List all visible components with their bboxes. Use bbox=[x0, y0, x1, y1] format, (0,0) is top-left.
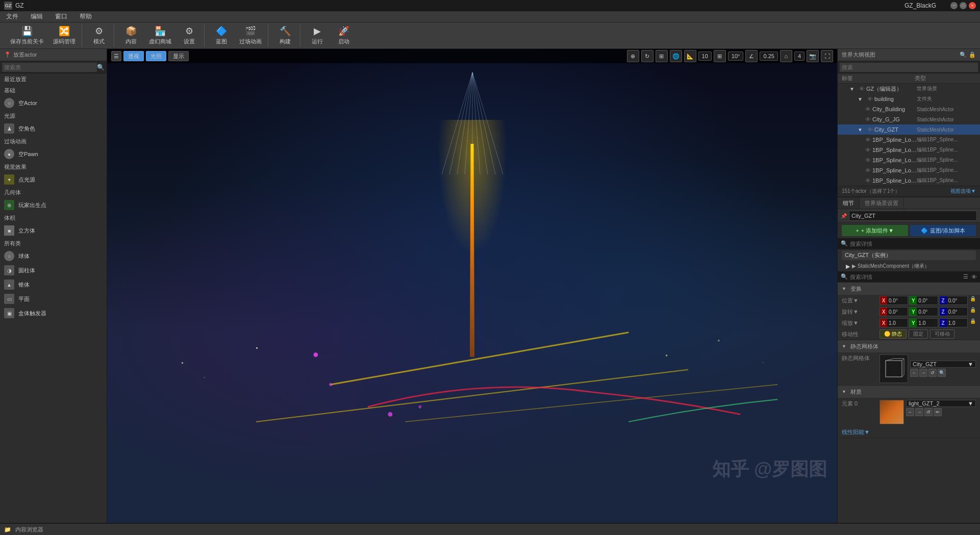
mesh-nav-search[interactable]: 🔍 bbox=[938, 369, 946, 377]
spline4-eye-icon[interactable]: 👁 bbox=[864, 167, 871, 174]
vp-snap-btn[interactable]: 📐 bbox=[684, 50, 696, 62]
outline-item-spline5[interactable]: 👁 1BP_Spline_Location5 编辑1BP_Spline... bbox=[838, 175, 980, 186]
rot-z-input[interactable]: Z 0.0° bbox=[939, 307, 968, 316]
rot-x-input[interactable]: X 0.0° bbox=[880, 307, 908, 316]
details-search2-input[interactable] bbox=[850, 274, 959, 280]
actor-spawn[interactable]: ⊕ 玩家出生点 bbox=[0, 198, 107, 212]
outline-item-citybuilding[interactable]: 👁 City_Building StaticMeshActor bbox=[838, 104, 980, 114]
vp-angle-btn[interactable]: ∠ bbox=[745, 50, 758, 62]
vp-perspective-btn[interactable]: 透视 bbox=[123, 51, 144, 61]
viewport[interactable]: 知乎 @罗图图 ☰ 透视 光照 显示 ⊕ ↻ ⊞ 🌐 📐 10 ⊞ 10° ∠ … bbox=[107, 49, 837, 523]
blueprint-button[interactable]: 🔷 蓝图 bbox=[209, 24, 234, 47]
mesh-nav-reset[interactable]: ↺ bbox=[928, 369, 937, 377]
eye-icon[interactable]: 👁 bbox=[971, 274, 977, 280]
mat-nav-prev[interactable]: ← bbox=[906, 408, 914, 416]
tab-details[interactable]: 细节 bbox=[838, 197, 860, 209]
scl-y-input[interactable]: Y 1.0 bbox=[909, 318, 938, 327]
close-button[interactable]: × bbox=[969, 2, 976, 9]
outline-search-icon[interactable]: 🔍 bbox=[960, 52, 967, 58]
category-recent[interactable]: 最近放置 bbox=[0, 73, 107, 85]
vp-camera-btn[interactable]: 📷 bbox=[807, 50, 819, 62]
maximize-button[interactable]: □ bbox=[960, 2, 967, 9]
mobility-movable-btn[interactable]: 可移动 bbox=[930, 329, 954, 339]
category-basic[interactable]: 基础 bbox=[0, 85, 107, 96]
pos-z-input[interactable]: Z 0.0° bbox=[939, 296, 968, 305]
rot-y-input[interactable]: Y 0.0° bbox=[909, 307, 938, 316]
details-name-input[interactable] bbox=[849, 211, 977, 221]
outline-item-gz[interactable]: ▼ 👁 GZ（编辑器） 世界场景 bbox=[838, 84, 980, 94]
mesh-nav-next[interactable]: → bbox=[919, 369, 927, 377]
spline3-eye-icon[interactable]: 👁 bbox=[864, 157, 871, 164]
outline-search-input[interactable] bbox=[840, 63, 978, 72]
vp-world-btn[interactable]: 🌐 bbox=[670, 50, 682, 62]
outline-lock-icon[interactable]: 🔒 bbox=[969, 52, 976, 58]
category-volume[interactable]: 体积 bbox=[0, 212, 107, 223]
actor-pawn[interactable]: ● 空Pawn bbox=[0, 147, 107, 161]
outline-item-citygig[interactable]: 👁 City_G_JG StaticMeshActor bbox=[838, 114, 980, 124]
outline-item-spline2[interactable]: 👁 1BP_Spline_Location2 编辑1BP_Spline... bbox=[838, 145, 980, 155]
materials-header[interactable]: ▼ 材质 bbox=[838, 386, 980, 398]
pos-y-input[interactable]: Y 0.0° bbox=[909, 296, 938, 305]
actor-cylinder[interactable]: ◑ 圆柱体 bbox=[0, 263, 107, 277]
vp-grid-btn[interactable]: ⊞ bbox=[714, 50, 726, 62]
transform-header[interactable]: ▼ 变换 bbox=[838, 283, 980, 295]
outline-item-spline3[interactable]: 👁 1BP_Spline_Location3 编辑1BP_Spline... bbox=[838, 155, 980, 165]
menu-edit[interactable]: 编辑 bbox=[29, 11, 45, 22]
mat-nav-reset[interactable]: ↺ bbox=[924, 408, 933, 416]
build-button[interactable]: 🔨 构建 bbox=[272, 24, 298, 47]
blueprint-button[interactable]: 🔷 蓝图/添加脚本 bbox=[910, 225, 976, 236]
vp-show-btn[interactable]: 显示 bbox=[168, 51, 189, 61]
linear-label[interactable]: 线性阳能▼ bbox=[842, 428, 877, 436]
citygzt-eye-icon[interactable]: 👁 bbox=[866, 126, 873, 133]
launch-button[interactable]: 🚀 启动 bbox=[331, 24, 357, 47]
actor-trigger[interactable]: ▣ 盒体触发器 bbox=[0, 306, 107, 320]
vp-menu-btn[interactable]: ☰ bbox=[111, 51, 121, 61]
outline-item-spline1[interactable]: 👁 1BP_Spline_Location 编辑1BP_Spline... bbox=[838, 135, 980, 145]
actor-cube[interactable]: ■ 立方体 bbox=[0, 223, 107, 238]
spline1-eye-icon[interactable]: 👁 bbox=[864, 136, 871, 143]
menu-window[interactable]: 窗口 bbox=[53, 11, 69, 22]
citygig-eye-icon[interactable]: 👁 bbox=[864, 116, 871, 123]
search-input[interactable] bbox=[2, 63, 97, 72]
play-button[interactable]: ▶ 运行 bbox=[305, 24, 330, 47]
scl-z-input[interactable]: Z 1.0 bbox=[939, 318, 968, 327]
actor-pointlight[interactable]: ✦ 点光源 bbox=[0, 172, 107, 187]
component-sub[interactable]: ▶ ▶ StaticMeshComponent（继承） bbox=[838, 261, 980, 271]
menu-file[interactable]: 文件 bbox=[4, 11, 20, 22]
add-component-button[interactable]: + + 添加组件▼ bbox=[842, 225, 908, 236]
settings-button[interactable]: ⚙ 设置 bbox=[177, 24, 202, 47]
actor-sphere[interactable]: ○ 球体 bbox=[0, 249, 107, 263]
category-cinematic[interactable]: 过场动画 bbox=[0, 136, 107, 147]
outline-item-building[interactable]: ▼ 👁 building 文件夹 bbox=[838, 94, 980, 104]
content-button[interactable]: 📦 内容 bbox=[118, 24, 144, 47]
vp-scale-btn2[interactable]: ⌂ bbox=[780, 50, 792, 62]
outline-item-citygzt[interactable]: ▼ 👁 City_GZT StaticMeshActor bbox=[838, 124, 980, 135]
mesh-name-select[interactable]: City_GZT ▼ bbox=[910, 361, 976, 368]
vr-button[interactable]: 🏪 虚幻商城 bbox=[145, 24, 175, 47]
spline5-eye-icon[interactable]: 👁 bbox=[864, 177, 871, 184]
layout-list-icon[interactable]: ☰ bbox=[963, 273, 968, 280]
actor-plane[interactable]: ▭ 平面 bbox=[0, 292, 107, 306]
category-all[interactable]: 所有类 bbox=[0, 238, 107, 249]
actor-character[interactable]: ♟ 空角色 bbox=[0, 121, 107, 136]
save-button[interactable]: 💾 保存当前关卡 bbox=[6, 24, 48, 47]
mobility-fixed-btn[interactable]: 固定 bbox=[909, 329, 928, 339]
mode-button[interactable]: ⚙ 模式 bbox=[86, 24, 112, 47]
actor-cone[interactable]: ▲ 锥体 bbox=[0, 277, 107, 292]
category-light[interactable]: 光源 bbox=[0, 110, 107, 121]
minimize-button[interactable]: ─ bbox=[950, 2, 958, 9]
menu-help[interactable]: 帮助 bbox=[78, 11, 94, 22]
pos-x-input[interactable]: X 0.0° bbox=[880, 296, 908, 305]
vp-rotate-btn[interactable]: ↻ bbox=[641, 50, 654, 62]
building-eye-icon[interactable]: 👁 bbox=[866, 95, 873, 103]
material-name-select[interactable]: light_GZT_2 ▼ bbox=[906, 400, 976, 407]
category-vfx[interactable]: 视觉效果 bbox=[0, 161, 107, 172]
citybuilding-eye-icon[interactable]: 👁 bbox=[864, 106, 871, 113]
cinematics-button[interactable]: 🎬 过场动画 bbox=[235, 24, 266, 47]
vp-scale-btn[interactable]: ⊞ bbox=[656, 50, 668, 62]
gz-eye-icon[interactable]: 👁 bbox=[858, 85, 865, 92]
static-mesh-header[interactable]: ▼ 静态网格体 bbox=[838, 340, 980, 352]
vp-transform-btn[interactable]: ⊕ bbox=[627, 50, 639, 62]
actor-empty[interactable]: ○ 空Actor bbox=[0, 96, 107, 110]
mat-nav-edit[interactable]: ✏ bbox=[934, 408, 942, 416]
